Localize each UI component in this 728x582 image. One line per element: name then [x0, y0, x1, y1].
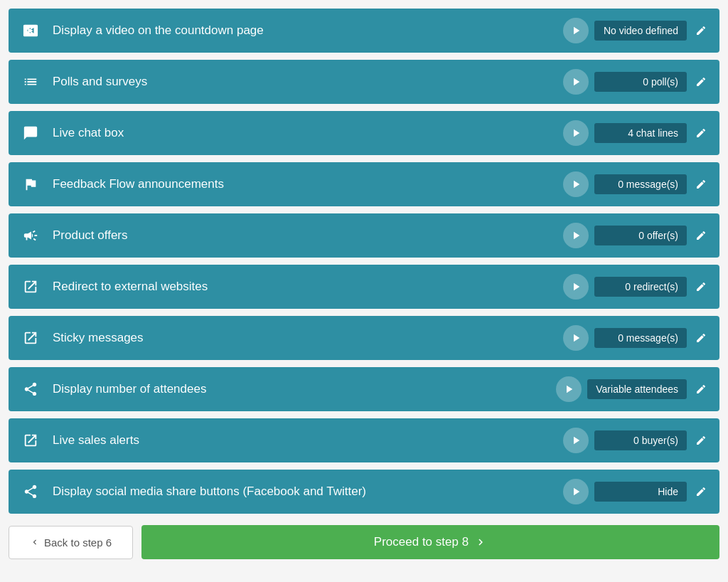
feature-row-sticky: Sticky messages 0 message(s) [9, 316, 719, 360]
feature-controls-sales: 0 buyer(s) [563, 428, 710, 453]
back-label: Back to step 6 [44, 536, 112, 549]
proceed-button[interactable]: Proceed to step 8 [141, 525, 719, 559]
status-badge-offers: 0 offer(s) [594, 226, 687, 245]
play-button-announcements[interactable] [563, 171, 589, 197]
play-button-social[interactable] [563, 479, 589, 504]
feature-row-attendees: Display number of attendees Variable att… [9, 367, 719, 411]
feature-label-social: Display social media share buttons (Face… [53, 485, 563, 499]
feature-row-video: Display a video on the countdown page No… [9, 9, 719, 53]
flag-icon [18, 172, 43, 196]
feature-row-sales: Live sales alerts 0 buyer(s) [9, 418, 719, 462]
play-button-attendees[interactable] [556, 376, 582, 402]
feature-controls-announcements: 0 message(s) [563, 171, 710, 197]
play-button-sales[interactable] [563, 428, 589, 453]
feature-controls-offers: 0 offer(s) [563, 223, 710, 248]
status-badge-sales: 0 buyer(s) [594, 430, 687, 450]
feature-controls-video: No video defined [563, 18, 710, 43]
play-button-sticky[interactable] [563, 325, 589, 351]
proceed-label: Proceed to step 8 [374, 535, 469, 549]
feature-row-polls: Polls and surveys 0 poll(s) [9, 60, 719, 104]
status-badge-attendees: Variable attendees [587, 379, 687, 399]
status-badge-announcements: 0 message(s) [594, 174, 687, 194]
feature-controls-redirect: 0 redirect(s) [563, 274, 710, 300]
status-badge-chat: 4 chat lines [594, 123, 687, 143]
back-button[interactable]: Back to step 6 [9, 526, 133, 559]
video-icon [18, 18, 43, 43]
feature-label-attendees: Display number of attendees [53, 382, 556, 396]
status-badge-redirect: 0 redirect(s) [594, 277, 687, 297]
sticky-icon [18, 326, 43, 350]
edit-button-polls[interactable] [692, 73, 710, 90]
megaphone-icon [18, 223, 43, 248]
sales-icon [18, 428, 43, 453]
share-icon [18, 377, 43, 401]
edit-button-sticky[interactable] [692, 329, 710, 346]
feature-label-redirect: Redirect to external websites [53, 280, 563, 294]
edit-button-announcements[interactable] [692, 176, 710, 193]
status-badge-polls: 0 poll(s) [594, 72, 687, 92]
play-button-polls[interactable] [563, 69, 589, 95]
play-button-redirect[interactable] [563, 274, 589, 300]
chat-icon [18, 121, 43, 145]
edit-button-redirect[interactable] [692, 278, 710, 295]
feature-label-offers: Product offers [53, 228, 563, 243]
edit-button-offers[interactable] [692, 227, 710, 244]
edit-button-social[interactable] [692, 483, 710, 500]
edit-button-sales[interactable] [692, 432, 710, 449]
feature-label-chat: Live chat box [53, 126, 563, 140]
edit-button-chat[interactable] [692, 125, 710, 142]
external-icon [18, 275, 43, 299]
feature-row-announcements: Feedback Flow announcements 0 message(s) [9, 162, 719, 206]
feature-row-redirect: Redirect to external websites 0 redirect… [9, 265, 719, 309]
feature-controls-attendees: Variable attendees [556, 376, 710, 402]
social-icon [18, 480, 43, 504]
edit-button-video[interactable] [692, 22, 710, 39]
feature-controls-sticky: 0 message(s) [563, 325, 710, 351]
status-badge-sticky: 0 message(s) [594, 328, 687, 348]
feature-controls-social: Hide [563, 479, 710, 504]
edit-button-attendees[interactable] [692, 381, 710, 398]
feature-label-sticky: Sticky messages [53, 331, 563, 345]
feature-row-social: Display social media share buttons (Face… [9, 470, 719, 514]
feature-row-offers: Product offers 0 offer(s) [9, 213, 719, 258]
play-button-offers[interactable] [563, 223, 589, 248]
play-button-video[interactable] [563, 18, 589, 43]
feature-controls-chat: 4 chat lines [563, 120, 710, 146]
feature-controls-polls: 0 poll(s) [563, 69, 710, 95]
play-button-chat[interactable] [563, 120, 589, 146]
feature-label-sales: Live sales alerts [53, 433, 563, 448]
feature-label-announcements: Feedback Flow announcements [53, 177, 563, 191]
feature-rows-container: Display a video on the countdown page No… [9, 9, 719, 514]
footer: Back to step 6 Proceed to step 8 [9, 525, 719, 559]
feature-label-polls: Polls and surveys [53, 75, 563, 89]
feature-row-chat: Live chat box 4 chat lines [9, 111, 719, 155]
feature-label-video: Display a video on the countdown page [53, 23, 563, 38]
status-badge-social: Hide [594, 482, 687, 502]
status-badge-video: No video defined [594, 21, 687, 41]
polls-icon [18, 70, 43, 94]
